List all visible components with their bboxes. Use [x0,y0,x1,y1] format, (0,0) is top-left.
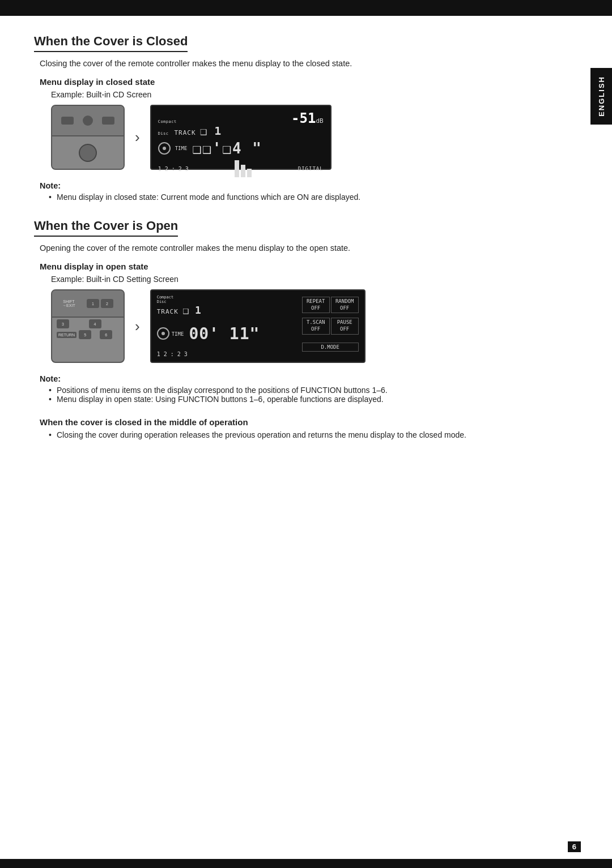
note-section-2: Note: Positions of menu items on the dis… [40,374,530,404]
page-number-box: 6 [568,841,581,852]
remote-circle [79,144,97,162]
cd-disp-open-right: REPEATOFF RANDOMOFF T.SCANOFF PAUSEOFF D… [302,295,359,357]
remote-btn-right [102,117,114,125]
cd-disp-middle: TIME ❑❑'❑4 " [158,140,324,157]
remote-return-label: RETURN [57,332,76,338]
cd-cell-pause: PAUSEOFF [331,318,359,334]
cd-bar-1 [235,160,239,177]
arrow-1: › [135,129,140,146]
subheading2-title: When the cover is closed in the middle o… [40,417,530,427]
remote-key-6: 6 [100,330,112,339]
cd-disp-bottom: 1 2 : 2 3 DIGITAL [158,160,324,177]
note1-list: Menu display in closed state: Current mo… [40,193,530,202]
cd-open-bottom-code: 1 2 : 2 3 [157,351,300,357]
remote-bottom [52,136,124,169]
cd-disp-open-left: CompactDisc TRACK ❑ 1 TIME 00' 11" [157,295,300,357]
note2-list: Positions of menu items on the display c… [40,386,530,404]
cd-track-num: ❑ 1 [200,124,222,138]
note-section-1: Note: Menu display in closed state: Curr… [40,181,530,202]
remote-shift-label: SHIFT→EXIT [62,300,75,307]
bottom-bar [0,859,612,868]
top-bar [0,0,612,16]
remote-open-top: SHIFT→EXIT 1 2 [52,290,124,318]
cd-compact-track: Compact Disc TRACK ❑ 1 [158,119,222,138]
cd-open-time-row: TIME 00' 11" [157,321,300,343]
remote-key-4: 4 [89,319,101,328]
cd-compact-text: Compact Disc TRACK ❑ 1 [158,119,222,136]
section2-title: When the Cover is Open [34,219,178,237]
example2-label: Example: Built-in CD Setting Screen [51,275,536,284]
cd-bars [235,160,252,177]
cd-disc-icon [158,142,171,155]
cd-cell-tscan: T.SCANOFF [302,318,330,334]
note1-item-1: Menu display in closed state: Current mo… [49,193,530,202]
example1-label: Example: Built-in CD Screen [51,90,536,99]
remote-key-3: 3 [57,319,69,328]
arrow-2: › [135,318,140,335]
cd-time-display: TIME ❑❑'❑4 " [175,140,262,157]
cd-digital-label: DIGITAL [298,166,324,172]
cd-bar-2 [241,165,245,177]
diagram-row-2: SHIFT→EXIT 1 2 3 4 RETURN 5 6 [51,289,536,363]
remote-key-1: 1 [87,299,99,308]
cd-display-open: CompactDisc TRACK ❑ 1 TIME 00' 11" [150,289,366,363]
cd-open-top-row: CompactDisc TRACK ❑ 1 [157,295,300,316]
remote-btn-down [83,116,93,126]
note2-title: Note: [40,374,530,383]
section1-title: When the Cover is Closed [34,34,188,52]
cd-cell-dmode: D.MODE [302,343,359,352]
subheading2-item-1: Closing the cover during operation relea… [49,430,530,439]
sidebar-label: ENGLISH [597,76,606,117]
subheading2-section: When the cover is closed in the middle o… [40,417,530,439]
cd-bar-3 [247,169,252,177]
note1-title: Note: [40,181,530,190]
section2-intro: Opening the cover of the remote controll… [40,243,536,253]
cd-time-code: 1 2 : 2 3 [158,166,189,172]
remote-top [52,106,124,136]
main-content: When the Cover is Closed Closing the cov… [0,16,567,487]
remote-closed-image [51,105,125,170]
remote-key-5: 5 [79,330,91,339]
subsection1-title: Menu display in closed state [40,77,536,87]
subheading2-list: Closing the cover during operation relea… [40,430,530,439]
section1-intro: Closing the cover of the remote controll… [40,59,536,68]
remote-open-image: SHIFT→EXIT 1 2 3 4 RETURN 5 6 [51,289,125,363]
cd-open-disc-icon [157,327,169,340]
remote-btn-left [61,117,74,125]
cd-disp-top: Compact Disc TRACK ❑ 1 -51dB [158,110,324,138]
subsection2-title: Menu display in open state [40,262,536,271]
cd-display-closed: Compact Disc TRACK ❑ 1 -51dB TIME ❑❑'❑4 … [150,105,332,170]
note2-item-2: Menu display in open state: Using FUNCTI… [49,395,530,404]
sidebar-tab: ENGLISH [590,68,612,125]
cd-db-display: -51dB [291,110,324,126]
cd-cell-repeat: REPEATOFF [302,297,330,313]
page-number-area: 6 [568,841,581,852]
diagram-row-1: › Compact Disc TRACK ❑ 1 -51dB [51,105,536,170]
remote-key-2: 2 [101,299,113,308]
note2-item-1: Positions of menu items on the display c… [49,386,530,395]
cd-cell-random: RANDOMOFF [331,297,359,313]
